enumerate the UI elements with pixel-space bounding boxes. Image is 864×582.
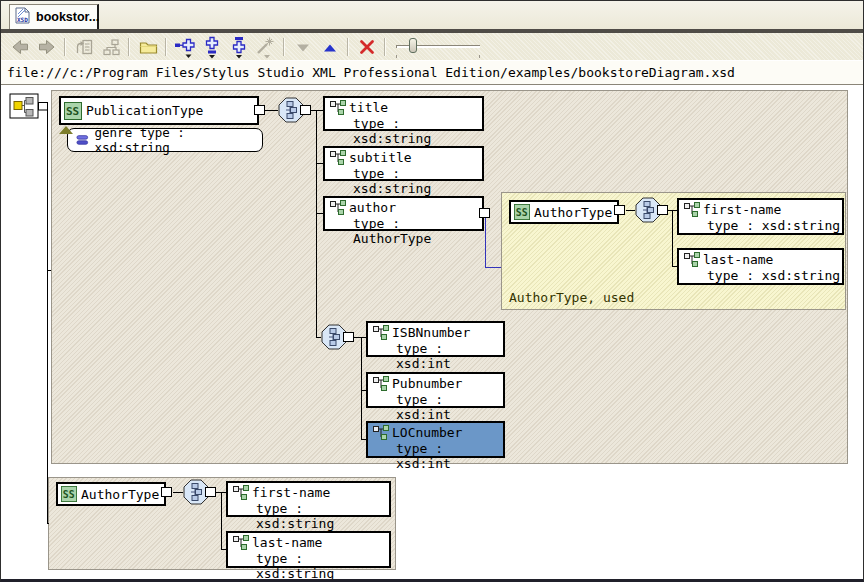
- element-icon: [684, 252, 700, 267]
- node-isbnnumber[interactable]: ISBNnumber type : xsd:int: [366, 321, 505, 357]
- schema-root-node[interactable]: [9, 93, 49, 125]
- element-name: LOCnumber: [392, 425, 462, 440]
- open-folder-button[interactable]: [134, 35, 161, 59]
- attribute-genre[interactable]: genre type : xsd:string: [67, 128, 263, 152]
- root-child-node-icon: [26, 110, 33, 117]
- move-up-icon: [324, 44, 336, 51]
- element-type: type : xsd:int: [368, 341, 503, 357]
- element-type: type : AuthorType: [325, 216, 482, 232]
- element-icon: [330, 150, 346, 165]
- add-child-icon: [200, 35, 224, 59]
- element-name: ISBNnumber: [392, 325, 470, 340]
- connector-handle[interactable]: [300, 105, 311, 115]
- zoom-slider[interactable]: [392, 36, 484, 58]
- complex-type-icon: SS: [61, 486, 77, 502]
- expand-triangle-icon[interactable]: [59, 126, 73, 134]
- connector-handle[interactable]: [205, 487, 216, 497]
- root-yellow-node-icon: [14, 102, 22, 110]
- forward-button: [33, 35, 60, 59]
- move-down-icon: [297, 44, 309, 51]
- node-last-name-used[interactable]: last-name type : xsd:string: [677, 248, 844, 285]
- element-name: title: [349, 100, 388, 115]
- add-sibling-icon: [227, 35, 251, 59]
- element-name: subtitle: [349, 150, 412, 165]
- element-name: first-name: [703, 202, 781, 217]
- node-last-name-global[interactable]: last-name type : xsd:string: [226, 531, 391, 568]
- node-first-name-used[interactable]: first-name type : xsd:string: [677, 198, 844, 235]
- attribute-icon: [76, 134, 90, 146]
- node-subtitle[interactable]: subtitle type : xsd:string: [323, 146, 484, 181]
- toolbar-separator: [128, 38, 130, 56]
- toolbar-separator: [384, 38, 386, 56]
- toolbar-separator: [283, 38, 285, 56]
- node-publication-type[interactable]: SS PublicationType: [59, 96, 259, 125]
- element-type: type : xsd:string: [679, 268, 842, 284]
- address-bar[interactable]: file:///c:/Program Files/Stylus Studio X…: [1, 60, 863, 85]
- attribute-label: genre type : xsd:string: [95, 125, 262, 155]
- stylus-studio-diagram-window: XSD bookstor...: [0, 0, 864, 582]
- element-icon: [373, 376, 389, 391]
- element-type: type : xsd:string: [679, 218, 842, 234]
- svg-text:SS: SS: [516, 207, 528, 218]
- element-type: type : xsd:int: [368, 392, 503, 408]
- connector-handle[interactable]: [161, 487, 172, 497]
- move-down-button: [289, 35, 316, 59]
- node-author-type-used[interactable]: SS AuthorType: [509, 200, 619, 224]
- element-name: last-name: [252, 535, 322, 550]
- element-name: first-name: [252, 485, 330, 500]
- slider-tick: [396, 55, 397, 58]
- connector-handle[interactable]: [614, 205, 625, 215]
- toolbar-separator: [347, 38, 349, 56]
- show-in-diagram-icon: [100, 37, 122, 57]
- connector-handle[interactable]: [254, 105, 265, 115]
- element-type: type : xsd:string: [228, 501, 389, 517]
- complex-type-icon: SS: [64, 102, 82, 120]
- element-icon: [233, 535, 249, 550]
- tab-label: bookstor...: [36, 10, 99, 24]
- element-icon: [233, 485, 249, 500]
- goto-definition-button: [70, 35, 97, 59]
- add-reference-icon: [173, 35, 197, 59]
- used-type-note: AuthorType, used: [509, 290, 634, 305]
- connector-handle[interactable]: [657, 205, 668, 215]
- add-reference-button[interactable]: [171, 35, 198, 59]
- quick-edit-wand-button: [252, 35, 279, 59]
- forward-arrow-icon: [39, 40, 54, 53]
- svg-text:SS: SS: [66, 105, 79, 118]
- complex-type-icon: SS: [514, 204, 530, 220]
- element-type: type : xsd:string: [228, 551, 389, 567]
- delete-button[interactable]: [353, 35, 380, 59]
- back-button: [6, 35, 33, 59]
- connector-handle[interactable]: [479, 208, 490, 218]
- element-icon: [330, 100, 346, 115]
- connector-handle[interactable]: [343, 332, 354, 342]
- move-up-button[interactable]: [316, 35, 343, 59]
- file-url: file:///c:/Program Files/Stylus Studio X…: [7, 65, 735, 80]
- schema-diagram-canvas: SS PublicationType genre type : xsd:stri…: [1, 85, 863, 579]
- node-author[interactable]: author type : AuthorType: [323, 196, 484, 231]
- type-name: AuthorType: [81, 487, 159, 502]
- node-first-name-global[interactable]: first-name type : xsd:string: [226, 481, 391, 517]
- add-sibling-button[interactable]: [225, 35, 252, 59]
- open-folder-icon: [137, 37, 159, 57]
- element-type: type : xsd:string: [325, 116, 482, 132]
- element-icon: [373, 425, 389, 440]
- zoom-slider-thumb[interactable]: [409, 38, 417, 53]
- slider-tick: [479, 55, 480, 58]
- svg-text:SS: SS: [63, 489, 75, 500]
- node-pubnumber[interactable]: Pubnumber type : xsd:int: [366, 372, 505, 408]
- node-author-type-global[interactable]: SS AuthorType: [56, 482, 166, 506]
- element-icon: [684, 202, 700, 217]
- show-in-diagram-button: [97, 35, 124, 59]
- add-child-button[interactable]: [198, 35, 225, 59]
- delete-x-icon: [361, 41, 372, 52]
- tab-bookstore-diagram[interactable]: XSD bookstor...: [9, 4, 99, 29]
- node-locnumber-selected[interactable]: LOCnumber type : xsd:int: [366, 421, 505, 458]
- document-tab-bar: XSD bookstor...: [1, 1, 863, 29]
- node-title[interactable]: title type : xsd:string: [323, 96, 484, 131]
- element-icon: [373, 325, 389, 340]
- element-name: author: [349, 200, 396, 215]
- root-child-node-icon: [26, 98, 33, 105]
- toolbar-separator: [64, 38, 66, 56]
- element-name: Pubnumber: [392, 376, 462, 391]
